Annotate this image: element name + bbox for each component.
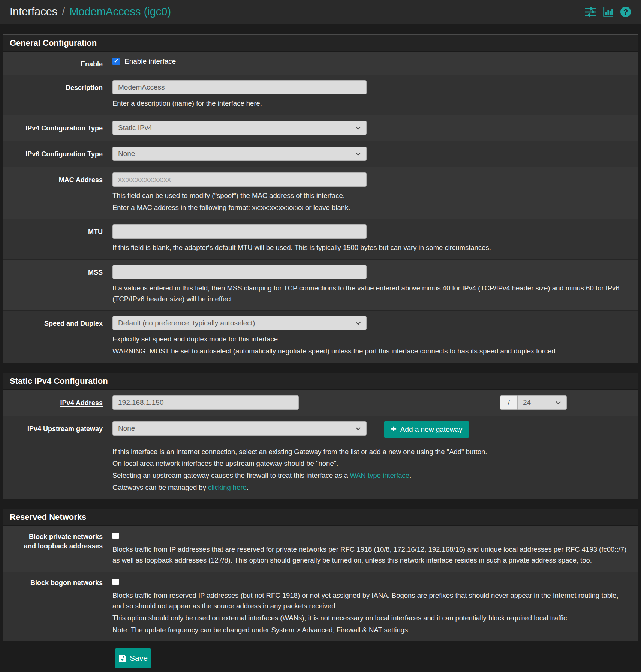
breadcrumb-section: Interfaces	[10, 6, 57, 18]
chevron-down-icon	[356, 425, 361, 430]
breadcrumb-bar: Interfaces / ModemAccess (igc0)	[0, 0, 641, 24]
block-private-checkbox[interactable]	[112, 533, 119, 539]
ipv4-gateway-label: IPv4 Upstream gateway	[3, 421, 112, 493]
ipv4-address-label: IPv4 Address	[3, 395, 112, 410]
panel-static-ipv4-configuration: Static IPv4 Configuration IPv4 Address /…	[3, 373, 638, 499]
panel-general-configuration: General Configuration Enable Enable inte…	[3, 34, 638, 363]
ipv6-type-select[interactable]: None	[112, 147, 367, 161]
chevron-down-icon	[356, 320, 361, 325]
ipv4-address-input[interactable]	[112, 395, 299, 410]
row-block-bogon-networks: Block bogon networks Blocks traffic from…	[3, 572, 638, 642]
mask-separator: /	[500, 395, 517, 410]
clicking-here-link[interactable]: clicking here	[208, 483, 247, 491]
bar-chart-icon[interactable]	[603, 7, 614, 17]
breadcrumb-separator: /	[62, 6, 65, 18]
save-button[interactable]: Save	[115, 648, 151, 668]
enable-checkbox[interactable]	[112, 58, 120, 65]
row-ipv4-upstream-gateway: IPv4 Upstream gateway None + Add a new g…	[3, 416, 638, 499]
plus-icon: +	[391, 424, 396, 434]
subnet-mask-select[interactable]: 24	[517, 395, 567, 410]
speed-duplex-help: Explicitly set speed and duplex mode for…	[112, 334, 631, 356]
row-description: Description Enter a description (name) f…	[3, 75, 638, 115]
block-private-help: Blocks traffic from IP addresses that ar…	[112, 544, 631, 566]
ipv4-type-label: IPv4 Configuration Type	[3, 121, 112, 135]
enable-checkbox-label: Enable interface	[124, 57, 176, 66]
mac-input[interactable]	[112, 172, 367, 187]
row-enable: Enable Enable interface	[3, 52, 638, 75]
mss-label: MSS	[3, 265, 112, 304]
speed-duplex-select[interactable]: Default (no preference, typically autose…	[112, 316, 367, 330]
form-footer: Save	[0, 641, 641, 668]
section-title-general: General Configuration	[3, 35, 638, 52]
chevron-down-icon	[356, 125, 361, 130]
row-ipv6-configuration-type: IPv6 Configuration Type None	[3, 141, 638, 167]
breadcrumb: Interfaces / ModemAccess (igc0)	[10, 6, 171, 18]
section-title-reserved-networks: Reserved Networks	[3, 509, 638, 526]
section-title-static-ipv4: Static IPv4 Configuration	[3, 373, 638, 390]
svg-text:?: ?	[623, 8, 628, 16]
question-icon[interactable]: ?	[620, 6, 631, 18]
nav-icon-group: ?	[585, 6, 631, 18]
subnet-mask-group: / 24	[500, 395, 567, 410]
description-label: Description	[3, 80, 112, 109]
chevron-down-icon	[556, 400, 561, 404]
floppy-icon	[118, 654, 126, 662]
row-ipv4-address: IPv4 Address / 24	[3, 390, 638, 416]
ipv4-gateway-help: If this interface is an Internet connect…	[112, 447, 631, 493]
description-input[interactable]	[112, 80, 367, 94]
block-private-label: Block private networks and loopback addr…	[3, 531, 112, 566]
block-bogon-label: Block bogon networks	[3, 578, 112, 636]
mac-help: This field can be used to modify ("spoof…	[112, 190, 631, 213]
panel-reserved-networks: Reserved Networks Block private networks…	[3, 509, 638, 641]
ipv6-type-label: IPv6 Configuration Type	[3, 147, 112, 161]
mtu-label: MTU	[3, 224, 112, 253]
mss-help: If a value is entered in this field, the…	[112, 283, 631, 304]
row-mac-address: MAC Address This field can be used to mo…	[3, 167, 638, 219]
row-block-private-networks: Block private networks and loopback addr…	[3, 526, 638, 572]
breadcrumb-page[interactable]: ModemAccess (igc0)	[69, 6, 171, 18]
sliders-icon[interactable]	[585, 7, 596, 17]
enable-label: Enable	[3, 57, 112, 69]
row-ipv4-configuration-type: IPv4 Configuration Type Static IPv4	[3, 115, 638, 141]
row-speed-duplex: Speed and Duplex Default (no preference,…	[3, 310, 638, 362]
mtu-input[interactable]	[112, 224, 367, 239]
wan-type-interface-link[interactable]: WAN type interface	[350, 471, 409, 479]
mtu-help: If this field is blank, the adapter's de…	[112, 242, 631, 253]
row-mss: MSS If a value is entered in this field,…	[3, 259, 638, 310]
add-gateway-button[interactable]: + Add a new gateway	[384, 421, 469, 438]
ipv4-type-select[interactable]: Static IPv4	[112, 121, 367, 135]
ipv4-gateway-select[interactable]: None	[112, 421, 367, 436]
chevron-down-icon	[356, 151, 361, 156]
description-help: Enter a description (name) for the inter…	[112, 98, 631, 109]
row-mtu: MTU If this field is blank, the adapter'…	[3, 219, 638, 259]
mss-input[interactable]	[112, 265, 367, 279]
speed-duplex-label: Speed and Duplex	[3, 316, 112, 356]
block-bogon-help: Blocks traffic from reserved IP addresse…	[112, 590, 631, 636]
block-bogon-checkbox[interactable]	[112, 579, 119, 585]
mac-label: MAC Address	[3, 172, 112, 213]
